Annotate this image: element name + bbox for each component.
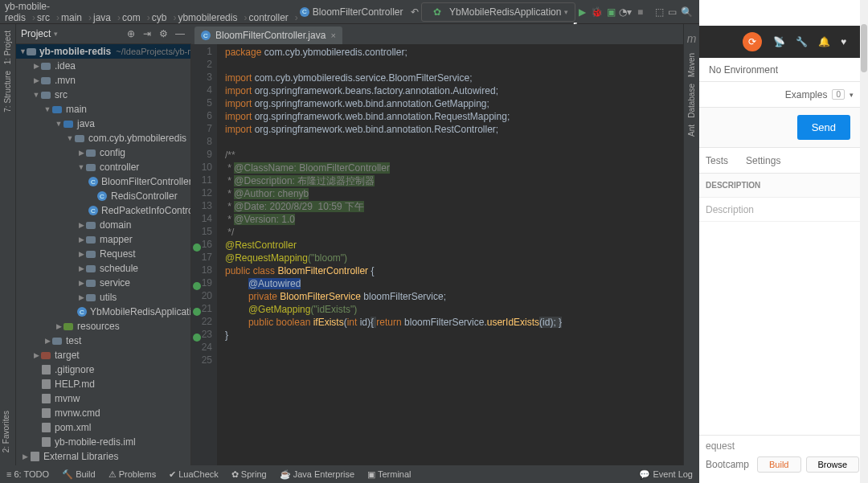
send-row: Send bbox=[699, 108, 860, 148]
close-tab-icon[interactable]: × bbox=[330, 31, 335, 40]
tree-item[interactable]: ▶test bbox=[16, 334, 190, 348]
tree-item[interactable]: CBloomFilterController bbox=[16, 174, 190, 189]
tree-item[interactable]: ▼java bbox=[16, 117, 190, 131]
project-view-chevron-icon[interactable]: ▾ bbox=[54, 30, 58, 38]
breadcrumb-segment[interactable]: java bbox=[93, 12, 111, 23]
tool-favorites-tab[interactable]: 2: Favorites bbox=[2, 411, 10, 452]
run-gutter-icon[interactable] bbox=[193, 282, 201, 290]
code-area[interactable]: package com.cyb.ybmobileredis.controller… bbox=[225, 44, 683, 465]
tree-item[interactable]: ▶config bbox=[16, 145, 190, 160]
tree-item[interactable]: ▶.mvn bbox=[16, 73, 190, 88]
settings-gear-icon[interactable]: ⚙ bbox=[159, 28, 170, 39]
wrench-icon[interactable]: 🔧 bbox=[796, 36, 807, 47]
profile-button[interactable]: ◔▾ bbox=[619, 5, 632, 19]
tree-item[interactable]: ▼main bbox=[16, 102, 190, 117]
tree-item[interactable]: mvnw bbox=[16, 391, 190, 406]
editor-tab-bar: C BloomFilterController.java × bbox=[191, 24, 683, 44]
bell-icon[interactable]: 🔔 bbox=[818, 36, 829, 47]
build-button[interactable]: Build bbox=[757, 456, 800, 473]
tree-item[interactable]: ▶schedule bbox=[16, 261, 190, 276]
search-icon[interactable]: 🔍 bbox=[681, 5, 693, 19]
secondary-app: ⟳ 📡 🔧 🔔 ♥ No Environment Examples 0 ▾ Se… bbox=[699, 0, 860, 483]
project-root[interactable]: ▼ yb-mobile-redis ~/IdeaProjects/yb-mobi… bbox=[16, 44, 190, 59]
tree-item[interactable]: pom.xml bbox=[16, 420, 190, 435]
event-log[interactable]: 💬 Event Log bbox=[639, 469, 693, 480]
tree-item[interactable]: ▼com.cyb.ybmobileredis bbox=[16, 131, 190, 145]
run-gutter-icon[interactable] bbox=[193, 308, 201, 316]
tree-item[interactable]: ▶domain bbox=[16, 218, 190, 232]
spring-tool[interactable]: ✿ Spring bbox=[231, 469, 267, 480]
problems-tool[interactable]: ⚠ Problems bbox=[108, 469, 157, 480]
heart-icon[interactable]: ♥ bbox=[841, 36, 852, 47]
luacheck-tool[interactable]: ✔ LuaCheck bbox=[169, 469, 219, 480]
tree-item[interactable]: .gitignore bbox=[16, 362, 190, 377]
examples-count-badge: 0 bbox=[832, 89, 845, 100]
coverage-button[interactable]: ▣ bbox=[606, 5, 616, 19]
back-icon[interactable]: ↶ bbox=[410, 5, 420, 19]
breadcrumb-sep: › bbox=[32, 12, 35, 23]
build-tool[interactable]: 🔨 Build bbox=[62, 469, 96, 480]
tree-item[interactable]: ▶resources bbox=[16, 319, 190, 334]
breadcrumb-segment[interactable]: ybmobileredis bbox=[178, 12, 237, 23]
project-label[interactable]: Project bbox=[21, 28, 51, 39]
avd-icon[interactable]: ▭ bbox=[667, 5, 678, 19]
tree-item[interactable]: ▼controller bbox=[16, 160, 190, 174]
hide-icon[interactable]: — bbox=[175, 28, 186, 39]
tree-item[interactable]: yb-mobile-redis.iml bbox=[16, 435, 190, 449]
tree-item[interactable]: ▶utils bbox=[16, 290, 190, 305]
tree-item[interactable]: ▶External Libraries bbox=[16, 449, 190, 464]
tree-item[interactable]: ▶Request bbox=[16, 247, 190, 261]
scrollbar-thumb[interactable] bbox=[861, 24, 867, 72]
tree-item[interactable]: ▼src bbox=[16, 88, 190, 102]
breadcrumb-sep: › bbox=[147, 12, 150, 23]
breadcrumb-segment[interactable]: cyb bbox=[152, 12, 167, 23]
debug-button[interactable]: 🐞 bbox=[591, 5, 603, 19]
breadcrumb-segment[interactable]: src bbox=[37, 12, 50, 23]
run-config-selector[interactable]: ✿ YbMobileRedisApplication ▾ bbox=[421, 2, 575, 22]
tree-item[interactable]: mvnw.cmd bbox=[16, 406, 190, 420]
collapse-icon[interactable]: ⇥ bbox=[143, 28, 154, 39]
breadcrumb-class[interactable]: C BloomFilterController bbox=[300, 6, 403, 18]
browse-button[interactable]: Browse bbox=[806, 456, 860, 473]
database-tab[interactable]: Database bbox=[687, 84, 696, 118]
tree-item[interactable]: ▶target bbox=[16, 348, 190, 362]
ant-tab[interactable]: Ant bbox=[687, 125, 696, 137]
sync-icon[interactable]: ⟳ bbox=[743, 32, 762, 51]
spring-leaf-icon: ✿ bbox=[430, 5, 444, 19]
breadcrumb-segment[interactable]: com bbox=[122, 12, 141, 23]
tool-structure-tab[interactable]: 7: Structure bbox=[3, 71, 12, 113]
satellite-icon[interactable]: 📡 bbox=[773, 36, 784, 47]
left-tool-stripe: 1: Project 7: Structure 2: Favorites bbox=[0, 24, 16, 465]
locate-icon[interactable]: ⊕ bbox=[127, 28, 138, 39]
git-update-icon[interactable]: ⬚ bbox=[654, 5, 665, 19]
maven-tab[interactable]: m bbox=[684, 32, 699, 45]
run-button[interactable]: ▶ bbox=[577, 5, 588, 19]
line-number-gutter: 1234567891011121314151617181920212223242… bbox=[191, 44, 217, 465]
tab-settings[interactable]: Settings bbox=[746, 155, 780, 166]
maven-label[interactable]: Maven bbox=[687, 53, 696, 77]
breadcrumb-segment[interactable]: controller bbox=[248, 12, 288, 23]
tree-item[interactable]: ▶mapper bbox=[16, 232, 190, 247]
os-scrollbar[interactable] bbox=[860, 0, 868, 483]
environment-selector[interactable]: No Environment bbox=[699, 58, 860, 82]
table-row[interactable]: Description bbox=[699, 198, 860, 222]
terminal-tool[interactable]: ▣ Terminal bbox=[367, 469, 411, 480]
tree-item[interactable]: HELP.md bbox=[16, 377, 190, 391]
project-tree[interactable]: ▼ yb-mobile-redis ~/IdeaProjects/yb-mobi… bbox=[16, 44, 191, 465]
tab-tests[interactable]: Tests bbox=[706, 155, 728, 166]
je-tool[interactable]: ☕ Java Enterprise bbox=[280, 469, 355, 480]
breadcrumb-segment[interactable]: main bbox=[61, 12, 82, 23]
editor-tab[interactable]: C BloomFilterController.java × bbox=[194, 27, 342, 44]
tree-item[interactable]: ▶.idea bbox=[16, 59, 190, 73]
tool-project-tab[interactable]: 1: Project bbox=[3, 31, 12, 64]
examples-bar[interactable]: Examples 0 ▾ bbox=[699, 82, 860, 108]
send-button[interactable]: Send bbox=[797, 115, 850, 140]
tree-item[interactable]: CYbMobileRedisApplication bbox=[16, 305, 190, 319]
stop-button[interactable]: ■ bbox=[635, 5, 645, 19]
run-gutter-icon[interactable] bbox=[193, 334, 201, 342]
tree-item[interactable]: ▶service bbox=[16, 276, 190, 290]
todo-tool[interactable]: ≡ 6: TODO bbox=[6, 469, 49, 479]
tree-item[interactable]: CRedPacketInfoController bbox=[16, 203, 190, 218]
run-gutter-icon[interactable] bbox=[193, 244, 201, 252]
tree-item[interactable]: CRedisController bbox=[16, 189, 190, 203]
